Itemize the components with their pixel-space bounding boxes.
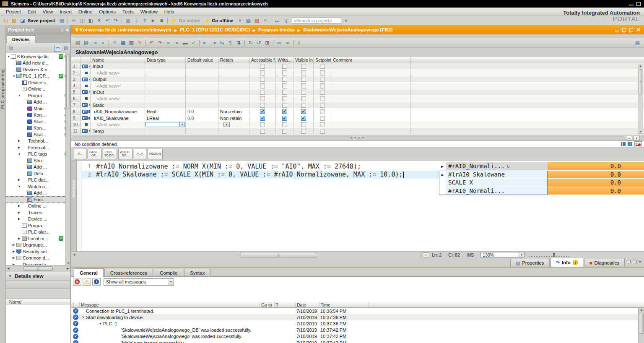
pin-panel-icon[interactable]: ▯ — [61, 28, 63, 32]
interface-defaultvalue-cell[interactable]: 0.0 — [186, 109, 218, 114]
tree-item[interactable]: Add ... — [6, 164, 70, 171]
interface-scrollbar-thumb[interactable]: ≡ — [639, 69, 642, 94]
retain-dropdown-icon[interactable]: ▾ — [223, 122, 230, 127]
tree-expander-icon[interactable] — [13, 75, 16, 78]
new-project-icon[interactable]: ▤ — [2, 17, 10, 24]
scroll-right-icon[interactable]: ► — [66, 267, 70, 270]
watch-row[interactable]: SCALE_X↻ 0.0 — [439, 179, 644, 187]
interface-retain-cell[interactable]: ▾ — [218, 70, 249, 75]
tree-item[interactable]: Common d... — [6, 255, 70, 262]
tree-expander-icon[interactable] — [18, 211, 22, 214]
editor-toolbar-icon[interactable] — [199, 40, 200, 46]
accessible-checkbox[interactable] — [249, 70, 276, 75]
tree-vertical-scrollbar[interactable]: ▼ — [65, 53, 70, 265]
col-accessible[interactable]: Accessible f... — [249, 57, 276, 63]
scl-code-editor[interactable]: REGIONS 1 #rAI0_Normalizowane := NORM_X(… — [71, 161, 644, 251]
setpoint-checkbox[interactable] — [314, 102, 331, 108]
setpoint-checkbox[interactable] — [314, 63, 331, 69]
watch-operand[interactable]: #lrAI0_Skalowane↻ — [446, 171, 548, 179]
tree-horizontal-scrollbar[interactable]: ◄ ||| ► — [6, 265, 70, 272]
interface-comment-cell[interactable] — [331, 83, 411, 88]
accessible-devices-icon[interactable]: ⌖ — [236, 17, 244, 24]
tree-item[interactable]: Skal... — [6, 131, 70, 138]
breakpoint-icon[interactable] — [634, 141, 642, 147]
editor-toolbar-icon[interactable]: ▬ — [181, 39, 189, 47]
tree-item[interactable]: Documenta — [6, 261, 70, 265]
paste-icon[interactable]: ◧ — [87, 17, 94, 24]
message-expander-icon[interactable] — [99, 322, 103, 325]
zoom-dropdown-icon[interactable]: ▾ — [519, 252, 524, 257]
interface-retain-cell[interactable]: Non-retain ▾ — [218, 109, 249, 114]
info-subtab[interactable]: Syntax — [184, 269, 210, 276]
accessible-checkbox[interactable] — [249, 115, 276, 121]
interface-comment-cell[interactable] — [331, 102, 411, 108]
tree-hscrollbar-thumb[interactable]: ||| — [23, 266, 53, 271]
col-time[interactable]: Time — [319, 302, 369, 307]
interface-comment-cell[interactable] — [331, 76, 411, 82]
accessible-checkbox[interactable] — [249, 63, 276, 69]
collapse-panel-icon[interactable]: ◀ — [65, 28, 68, 32]
watch-operand[interactable]: #rAI0_Normali...↻ — [446, 187, 548, 195]
interface-row[interactable]: 10 ▼ <Add new> ▾ ▾ — [71, 122, 644, 128]
tree-expander-icon[interactable] — [18, 178, 22, 182]
cut-icon[interactable]: ✂ — [70, 17, 78, 24]
add-column-icon[interactable]: ▧ — [62, 45, 69, 52]
interface-name-cell[interactable]: <Add new> — [91, 96, 145, 101]
column-view-icon[interactable]: ▭ — [54, 45, 61, 52]
filter-info-button[interactable]: i — [92, 278, 101, 286]
editor-toolbar-icon[interactable]: ▪ — [99, 39, 107, 47]
tree-scrollbar-thumb[interactable] — [66, 54, 70, 109]
accessible-checkbox[interactable] — [249, 96, 276, 101]
code-fold-gutter[interactable] — [77, 161, 82, 251]
minimize-button[interactable] — [629, 2, 634, 5]
tab-diagnostics[interactable]: ■ Diagnostics — [584, 259, 625, 267]
visible-checkbox[interactable] — [293, 128, 314, 134]
split-horizontal-icon[interactable]: ▭ — [273, 17, 281, 24]
save-project-label[interactable]: Save project — [28, 18, 55, 23]
interface-name-cell[interactable]: <Add new> — [91, 122, 145, 127]
filter-dropdown-icon[interactable]: ▾ — [168, 279, 174, 285]
tree-item[interactable]: Forc... — [6, 196, 70, 203]
info-subtab[interactable]: General — [74, 268, 104, 277]
tree-item[interactable]: PLC tags — [6, 151, 70, 158]
tree-item[interactable]: 6 Konwersja lic... — [6, 53, 70, 60]
editor-toolbar-icon[interactable]: ∞ — [275, 39, 283, 47]
writable-checkbox[interactable] — [276, 115, 293, 121]
setpoint-checkbox[interactable] — [314, 109, 331, 114]
interface-datatype-cell[interactable]: LReal ▾ — [145, 115, 186, 121]
interface-comment-cell[interactable] — [331, 63, 411, 69]
writable-checkbox[interactable] — [276, 70, 293, 75]
interface-name-cell[interactable]: lrAI0_Skalowane — [91, 115, 145, 121]
col-comment[interactable]: Comment — [331, 57, 411, 63]
col-question[interactable]: ? — [275, 302, 296, 307]
open-project-icon[interactable]: ▧ — [10, 17, 18, 24]
interface-datatype-cell[interactable]: Real ▾ — [145, 109, 186, 114]
filter-warnings-button[interactable]: ⚠ — [83, 278, 91, 286]
details-view-header[interactable]: ▼ Details view — [6, 272, 70, 281]
writable-checkbox[interactable] — [276, 96, 293, 101]
editor-toolbar-icon[interactable] — [244, 40, 245, 46]
start-cpu-icon[interactable]: ► — [149, 17, 157, 24]
tree-item[interactable]: Defa... — [6, 170, 70, 177]
inspector-menu-icon[interactable]: ▼ — [639, 260, 641, 263]
interface-comment-cell[interactable] — [331, 128, 411, 134]
accessible-checkbox[interactable] — [249, 128, 276, 134]
watch-operand[interactable]: #rAI0_Normali...↻ — [446, 162, 548, 171]
visible-checkbox[interactable] — [293, 89, 314, 95]
save-project-icon[interactable]: ◪ — [19, 17, 26, 24]
tree-expander-icon[interactable] — [13, 243, 16, 247]
tree-item[interactable]: Devices & n.. — [6, 66, 70, 73]
interface-datatype-cell[interactable]: ▾ — [145, 128, 186, 134]
interface-row[interactable]: 9 ▼ lrAI0_Skalowane LReal ▾ 0.0 Non-reta… — [71, 115, 644, 122]
tree-item[interactable]: Main... — [6, 105, 70, 112]
code-line-current[interactable]: 2 #lrAI0_Skalowane := SCALE_X(MIN := 0, … — [82, 171, 439, 179]
tree-settings-icon[interactable]: ▤ — [7, 45, 14, 52]
accessible-checkbox[interactable] — [249, 122, 276, 127]
writable-checkbox[interactable] — [276, 102, 293, 108]
datatype-browse-icon[interactable]: ▾ — [179, 122, 184, 127]
setpoint-checkbox[interactable] — [314, 89, 331, 95]
editor-toolbar-icon[interactable]: ≡ — [111, 39, 119, 47]
interface-comment-cell[interactable] — [331, 70, 411, 75]
interface-retain-cell[interactable]: Non-retain ▾ — [218, 115, 249, 121]
stop-simulation-icon[interactable]: ▨ — [253, 17, 260, 24]
